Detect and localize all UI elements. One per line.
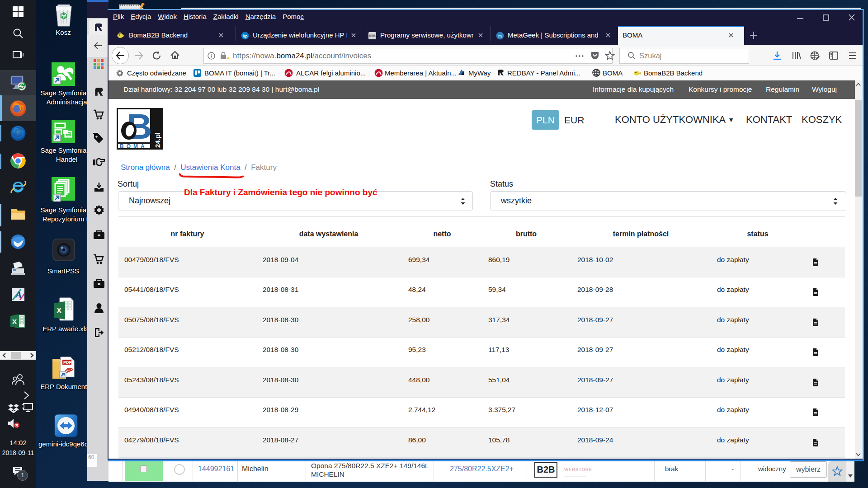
svg-text:BOMA: BOMA (120, 143, 147, 150)
svg-text:X: X (57, 306, 62, 315)
svg-text:24.pl: 24.pl (154, 132, 161, 148)
svg-text:ELZAB: ELZAB (369, 35, 375, 38)
svg-text:PDF: PDF (63, 360, 72, 365)
svg-text:hp: hp (243, 34, 248, 38)
svg-text:m: m (498, 33, 502, 38)
svg-text:X: X (12, 318, 17, 325)
